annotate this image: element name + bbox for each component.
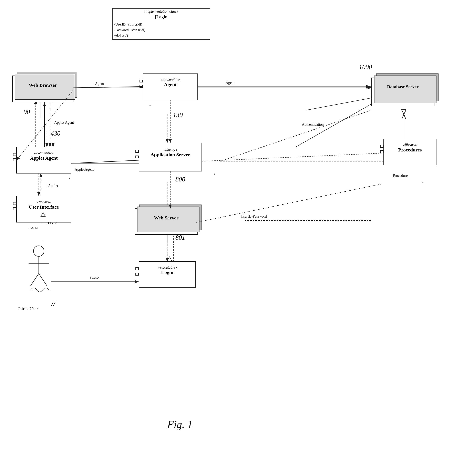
svg-point-45 [33, 246, 44, 256]
svg-line-36 [196, 184, 383, 222]
diagram-container: «implementation class» jLogin -UserID : … [0, 0, 474, 476]
svg-line-33 [202, 153, 383, 161]
svg-line-30 [71, 160, 139, 163]
svg-marker-43 [167, 257, 172, 261]
actor-figure [20, 245, 57, 302]
svg-marker-39 [41, 212, 45, 216]
svg-line-49 [39, 273, 47, 286]
svg-line-27 [73, 86, 143, 88]
connections-svg [0, 0, 474, 476]
svg-line-48 [31, 273, 39, 286]
svg-line-35 [296, 104, 371, 147]
svg-line-26 [16, 90, 73, 160]
